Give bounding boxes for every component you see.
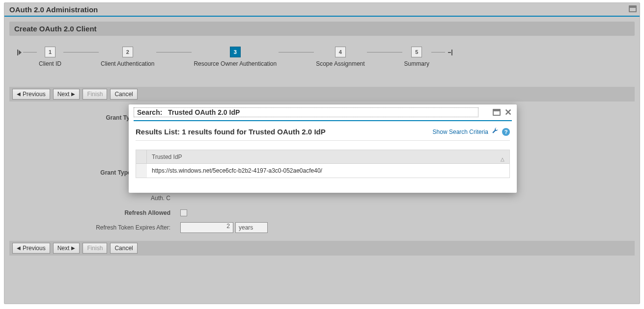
chevron-right-icon: ▶ [71, 246, 75, 251]
refresh-expires-value: 2 [226, 223, 230, 230]
results-table-header: Trusted IdP △ [136, 150, 509, 164]
finish-label: Finish [87, 245, 103, 252]
step-connector [431, 52, 445, 52]
step-label: Client Authentication [101, 60, 154, 67]
previous-label: Previous [23, 245, 46, 252]
dialog-titlebar: Search: Trusted OAuth 2.0 IdP ✕ [129, 104, 517, 119]
results-title: Results List: 1 results found for Truste… [136, 128, 326, 136]
column-header-trusted-idp[interactable]: Trusted IdP △ [147, 154, 509, 160]
next-label: Next [57, 91, 70, 98]
next-button[interactable]: Next▶ [53, 89, 80, 100]
step-5[interactable]: 5 Summary [404, 47, 429, 67]
step-connector [279, 52, 314, 52]
close-icon[interactable]: ✕ [504, 108, 512, 117]
step-number: 2 [122, 47, 133, 57]
step-label: Resource Owner Authentication [194, 60, 277, 67]
show-search-criteria-link[interactable]: Show Search Criteria [433, 129, 488, 135]
step-connector [63, 52, 99, 52]
step-4[interactable]: 4 Scope Assignment [316, 47, 364, 67]
step-connector [156, 52, 192, 52]
button-bar-top: ◀Previous Next▶ Finish Cancel [9, 87, 635, 102]
svg-rect-0 [17, 50, 18, 55]
next-label: Next [57, 245, 70, 252]
dialog-window-mode-icon[interactable] [493, 109, 501, 116]
wizard-stepbar: 1 Client ID 2 Client Authentication 3 Re… [9, 36, 635, 87]
step-1[interactable]: 1 Client ID [39, 47, 61, 67]
step-number: 1 [45, 47, 56, 57]
svg-marker-1 [19, 50, 22, 55]
wrench-icon[interactable] [491, 127, 499, 136]
app-header: OAuth 2.0 Administration [4, 3, 640, 17]
button-bar-bottom: ◀Previous Next▶ Finish Cancel [9, 241, 635, 256]
sort-icon: △ [501, 156, 504, 162]
step-label: Scope Assignment [316, 60, 364, 67]
step-number: 5 [411, 47, 422, 57]
step-number: 4 [335, 47, 346, 57]
dialog-title: Search: Trusted OAuth 2.0 IdP [134, 107, 478, 117]
step-label: Summary [404, 60, 429, 67]
finish-button: Finish [83, 89, 107, 100]
window-mode-icon[interactable] [629, 5, 637, 12]
results-separator [136, 140, 510, 141]
finish-button: Finish [83, 243, 107, 254]
label-auth-c: Auth. C [9, 195, 174, 202]
step-label: Client ID [39, 60, 61, 67]
wizard-end-icon [448, 50, 453, 55]
svg-rect-2 [451, 50, 452, 55]
dialog-title-text: Trusted OAuth 2.0 IdP [168, 108, 240, 116]
table-row[interactable]: https://sts.windows.net/5ece6cfc-b2b2-41… [136, 164, 509, 178]
section-title: Create OAuth 2.0 Client [9, 22, 635, 36]
chevron-left-icon: ◀ [17, 246, 21, 251]
label-refresh-allowed: Refresh Allowed [9, 209, 174, 216]
step-number: 3 [230, 47, 241, 57]
column-header-text: Trusted IdP [152, 154, 182, 160]
step-connector [23, 52, 37, 52]
results-table: Trusted IdP △ https://sts.windows.net/5e… [136, 150, 510, 178]
previous-label: Previous [23, 91, 46, 98]
cancel-label: Cancel [114, 91, 133, 98]
row-selector[interactable] [136, 164, 147, 178]
chevron-right-icon: ▶ [71, 92, 75, 97]
refresh-expires-unit[interactable]: years [235, 222, 268, 233]
page-title: OAuth 2.0 Administration [9, 5, 98, 14]
label-refresh-expires: Refresh Token Expires After: [9, 224, 174, 231]
wizard-start-icon [17, 50, 23, 55]
previous-button[interactable]: ◀Previous [12, 89, 50, 100]
cancel-button[interactable]: Cancel [110, 243, 137, 254]
search-dialog: Search: Trusted OAuth 2.0 IdP ✕ Results … [129, 104, 517, 193]
dialog-title-prefix: Search: [137, 108, 162, 116]
previous-button[interactable]: ◀Previous [12, 243, 50, 254]
refresh-expires-input[interactable]: 2 [180, 222, 233, 233]
cancel-button[interactable]: Cancel [110, 89, 137, 100]
next-button[interactable]: Next▶ [53, 243, 80, 254]
refresh-expires-unit-text: years [239, 224, 253, 231]
cancel-label: Cancel [114, 245, 133, 252]
help-icon[interactable]: ? [502, 128, 510, 136]
step-3[interactable]: 3 Resource Owner Authentication [194, 47, 277, 67]
finish-label: Finish [87, 91, 103, 98]
viewport: OAuth 2.0 Administration Create OAuth 2.… [0, 0, 644, 309]
row-selector-header[interactable] [136, 150, 147, 163]
cell-trusted-idp: https://sts.windows.net/5ece6cfc-b2b2-41… [147, 167, 509, 174]
chevron-left-icon: ◀ [17, 92, 21, 97]
step-2[interactable]: 2 Client Authentication [101, 47, 154, 67]
refresh-allowed-checkbox[interactable] [180, 209, 187, 216]
results-header: Results List: 1 results found for Truste… [129, 121, 517, 140]
step-connector [367, 52, 402, 52]
